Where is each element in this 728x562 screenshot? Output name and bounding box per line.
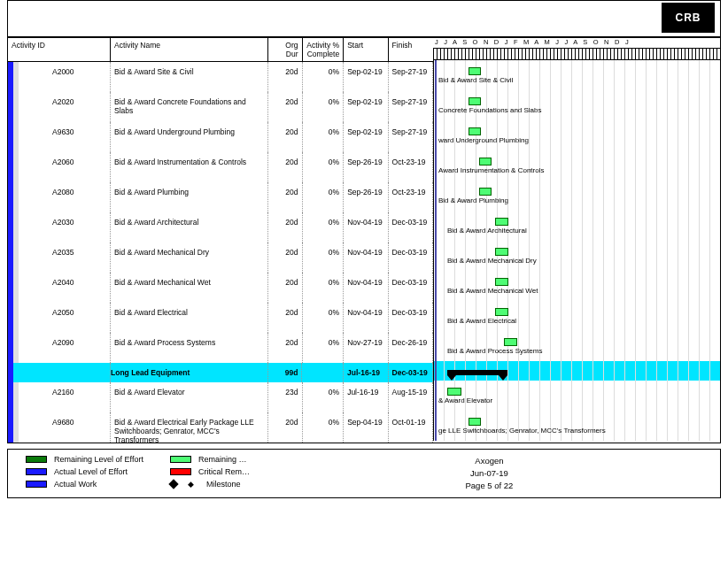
legend-remaining: Remaining …: [170, 455, 250, 464]
header-row: Activity ID Activity Name Org Dur Activi…: [8, 38, 433, 62]
legend-actual-work: Actual Work: [26, 480, 143, 489]
indent-stripe: [13, 333, 19, 363]
activity-table: Activity ID Activity Name Org Dur Activi…: [8, 38, 433, 443]
cell-name: Bid & Award Process Systems: [111, 333, 268, 363]
cell-start: Nov-04-19: [344, 273, 388, 303]
month-scale: J J A S O N D J F M A M J J A S O N D J: [433, 38, 720, 46]
cell-pct: 0%: [303, 122, 345, 152]
cell-start: Sep-02-19: [344, 92, 388, 122]
cell-start: Sep-02-19: [344, 122, 388, 152]
legend-text: Critical Rem…: [198, 467, 250, 476]
col-pct-complete: Activity % Complete: [303, 38, 345, 62]
table-row: A2020 Bid & Award Concrete Foundations a…: [8, 92, 433, 122]
status-line: [435, 120, 437, 150]
gantt-summary-row: [433, 361, 720, 381]
cell-pct: 0%: [303, 333, 345, 363]
cell-finish: Oct-23-19: [389, 182, 433, 212]
gantt-row: ward Underground Plumbing: [433, 120, 720, 150]
summary-start: Jul-16-19: [344, 363, 388, 382]
cell-pct: 0%: [303, 273, 345, 303]
status-line: [435, 60, 437, 90]
table-row: A2050 Bid & Award Electrical 20d 0% Nov-…: [8, 303, 433, 333]
table-row: A9630 Bid & Award Underground Plumbing 2…: [8, 122, 433, 152]
cell-start: Nov-27-19: [344, 333, 388, 363]
activity-bar: [469, 127, 481, 135]
cell-name: Bid & Award Concrete Foundations and Sla…: [111, 92, 268, 122]
cell-id: A2090: [8, 333, 111, 363]
cell-dur: 20d: [268, 152, 303, 182]
cell-id: A2035: [8, 243, 111, 273]
legend-actual-loe: Actual Level of Effort: [26, 467, 143, 476]
indent-stripe: [13, 412, 19, 443]
table-row: A2035 Bid & Award Mechanical Dry 20d 0% …: [8, 243, 433, 273]
table-row: A2040 Bid & Award Mechanical Wet 20d 0% …: [8, 273, 433, 303]
cell-finish: Dec-26-19: [389, 333, 433, 363]
indent-stripe: [13, 62, 19, 92]
summary-name: Long Lead Equipment: [111, 363, 268, 382]
left-stripe: [8, 363, 13, 382]
cell-finish: Sep-27-19: [389, 122, 433, 152]
cell-finish: Oct-01-19: [389, 412, 433, 443]
col-activity-name: Activity Name: [111, 38, 268, 62]
cell-pct: 0%: [303, 243, 345, 273]
gantt-row: Bid & Award Site & Civil: [433, 60, 720, 90]
cell-name: Bid & Award Site & Civil: [111, 62, 268, 92]
status-line: [435, 241, 437, 271]
cell-id: A2160: [8, 382, 111, 412]
cell-name: Bid & Award Underground Plumbing: [111, 122, 268, 152]
activity-bar: [469, 418, 481, 426]
cell-name: Bid & Award Plumbing: [111, 182, 268, 212]
table-row: A9680 Bid & Award Electrical Early Packa…: [8, 412, 433, 443]
cell-name: Bid & Award Architectural: [111, 212, 268, 243]
cell-dur: 20d: [268, 62, 303, 92]
cell-finish: Sep-27-19: [389, 62, 433, 92]
legend-text: Actual Level of Effort: [54, 467, 128, 476]
summary-row: Long Lead Equipment 99d Jul-16-19 Dec-03…: [8, 363, 433, 382]
activity-bar: [469, 97, 481, 105]
legend-milestone: ◆Milestone: [170, 480, 250, 489]
summary-dur: 99d: [268, 363, 303, 382]
cell-pct: 0%: [303, 412, 345, 443]
legend-footer: Remaining Level of Effort Actual Level o…: [7, 449, 721, 498]
cell-id: A9680: [8, 412, 111, 443]
status-line: [435, 331, 437, 361]
cell-start: Jul-16-19: [344, 382, 388, 412]
cell-id: A2040: [8, 273, 111, 303]
status-line: [435, 181, 437, 211]
gantt-row: Bid & Award Process Systems: [433, 331, 720, 361]
cell-name: Bid & Award Instrumentation & Controls: [111, 152, 268, 182]
gantt-row: Bid & Award Mechanical Dry: [433, 241, 720, 271]
gantt-row: Bid & Award Plumbing: [433, 181, 720, 211]
cell-finish: Oct-23-19: [389, 152, 433, 182]
cell-dur: 20d: [268, 182, 303, 212]
activity-bar: [495, 308, 508, 316]
cell-dur: 20d: [268, 273, 303, 303]
summary-bar: [447, 370, 507, 375]
schedule-table: Activity ID Activity Name Org Dur Activi…: [7, 37, 721, 443]
gantt-grid: [433, 411, 720, 441]
status-line: [435, 301, 437, 331]
cell-finish: Aug-15-19: [389, 382, 433, 412]
cell-start: Nov-04-19: [344, 303, 388, 333]
activity-bar: [495, 278, 508, 286]
header-band: CRB: [7, 0, 721, 37]
cell-dur: 20d: [268, 243, 303, 273]
gantt-grid: [433, 120, 720, 150]
cell-start: Sep-04-19: [344, 412, 388, 443]
indent-stripe: [13, 382, 19, 412]
table-row: A2030 Bid & Award Architectural 20d 0% N…: [8, 212, 433, 243]
bar-label: Bid & Award Site & Civil: [438, 76, 513, 84]
cell-name: Bid & Award Elevator: [111, 382, 268, 412]
legend-critical: Critical Rem…: [170, 467, 250, 476]
status-line: [435, 411, 437, 441]
cell-pct: 0%: [303, 62, 345, 92]
cell-start: Nov-04-19: [344, 243, 388, 273]
cell-finish: Dec-03-19: [389, 273, 433, 303]
bar-label: Bid & Award Mechanical Dry: [447, 257, 537, 265]
table-row: A2090 Bid & Award Process Systems 20d 0%…: [8, 333, 433, 363]
bar-label: ward Underground Plumbing: [438, 136, 529, 144]
indent-stripe: [13, 243, 19, 273]
gantt-row: Bid & Award Architectural: [433, 211, 720, 241]
legend-text: Remaining Level of Effort: [54, 455, 143, 464]
cell-start: Sep-26-19: [344, 152, 388, 182]
